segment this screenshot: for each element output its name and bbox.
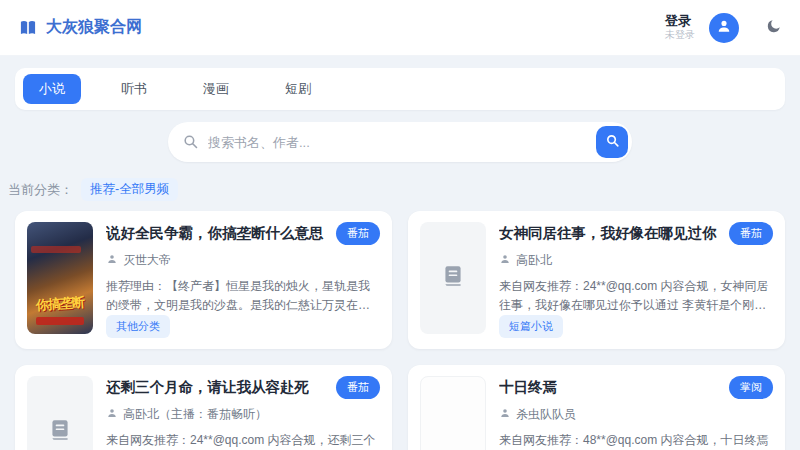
book-title: 女神同居往事，我好像在哪见过你 (499, 222, 717, 243)
book-cover-image: 你搞垄断 (27, 222, 93, 334)
book-cover-blank (420, 376, 486, 450)
book-description: 推荐理由：【终产者】恒星是我的烛火，星轨是我的绶带，文明是我的沙盘。是我的仁慈让… (106, 277, 380, 315)
moon-icon (765, 18, 782, 38)
dark-mode-toggle[interactable] (765, 18, 782, 38)
card-main: 说好全民争霸，你搞垄断什么意思 番茄 灭世大帝 推荐理由：【终产者】恒星是我的烛… (106, 222, 380, 338)
platform-badge: 番茄 (336, 222, 380, 245)
tab-short-drama[interactable]: 短剧 (269, 74, 327, 104)
platform-badge: 番茄 (336, 376, 380, 399)
site-logo[interactable]: 大灰狼聚合网 (18, 17, 142, 38)
author-name: 高卧北（主播：番茄畅听） (123, 406, 267, 423)
category-tag: 短篇小说 (499, 315, 563, 338)
login-label: 登录 (665, 13, 695, 29)
login-status: 未登录 (665, 29, 695, 42)
tab-novel[interactable]: 小说 (23, 74, 81, 104)
search-input[interactable] (168, 122, 632, 162)
current-category-row: 当前分类： 推荐-全部男频 (8, 178, 800, 201)
book-cover-placeholder (27, 376, 93, 450)
search-icon (182, 133, 199, 154)
author-icon (499, 407, 511, 422)
author-row: 杀虫队队员 (499, 406, 773, 423)
book-cover-placeholder (420, 222, 486, 334)
book-logo-icon (18, 18, 38, 38)
search-button[interactable] (596, 126, 628, 158)
platform-badge: 掌阅 (729, 376, 773, 399)
author-icon (106, 407, 118, 422)
cover-banner (31, 246, 81, 253)
user-icon (715, 17, 733, 39)
book-placeholder-icon (440, 263, 466, 293)
book-title: 说好全民争霸，你搞垄断什么意思 (106, 222, 324, 243)
tab-comic[interactable]: 漫画 (187, 74, 245, 104)
author-row: 高卧北（主播：番茄畅听） (106, 406, 380, 423)
search-section (0, 122, 800, 162)
platform-badge: 番茄 (729, 222, 773, 245)
author-row: 灭世大帝 (106, 252, 380, 269)
card-main: 女神同居往事，我好像在哪见过你 番茄 高卧北 来自网友推荐：24**@qq.co… (499, 222, 773, 338)
login-button[interactable]: 登录 未登录 (665, 13, 695, 42)
avatar[interactable] (709, 13, 739, 43)
search-button-icon (605, 133, 620, 151)
author-name: 杀虫队队员 (516, 406, 576, 423)
tab-audiobook[interactable]: 听书 (105, 74, 163, 104)
content-type-tabs: 小说 听书 漫画 短剧 (15, 68, 785, 110)
book-card-grid: 你搞垄断 说好全民争霸，你搞垄断什么意思 番茄 灭世大帝 推荐理由：【终产者】恒… (15, 211, 785, 450)
author-name: 灭世大帝 (123, 252, 171, 269)
book-description: 来自网友推荐：24**@qq.com 内容合规，还剩三个月命，请让我从容赴死予以… (106, 431, 380, 450)
book-placeholder-icon (47, 417, 73, 447)
header-right: 登录 未登录 (665, 13, 782, 43)
header: 大灰狼聚合网 登录 未登录 (0, 0, 800, 56)
author-icon (499, 253, 511, 268)
book-card[interactable]: 你搞垄断 说好全民争霸，你搞垄断什么意思 番茄 灭世大帝 推荐理由：【终产者】恒… (15, 211, 392, 349)
book-card[interactable]: 女神同居往事，我好像在哪见过你 番茄 高卧北 来自网友推荐：24**@qq.co… (408, 211, 785, 349)
category-label: 当前分类： (8, 181, 73, 199)
cover-title-text: 你搞垄断 (28, 293, 91, 315)
book-description: 来自网友推荐：48**@qq.com 内容合规，十日终焉予以通过 （不后宫，不套… (499, 431, 773, 450)
author-icon (106, 253, 118, 268)
card-main: 十日终焉 掌阅 杀虫队队员 来自网友推荐：48**@qq.com 内容合规，十日… (499, 376, 773, 450)
author-name: 高卧北 (516, 252, 552, 269)
category-value-link[interactable]: 推荐-全部男频 (81, 178, 178, 201)
book-card[interactable]: 十日终焉 掌阅 杀虫队队员 来自网友推荐：48**@qq.com 内容合规，十日… (408, 365, 785, 450)
book-card[interactable]: 还剩三个月命，请让我从容赴死 番茄 高卧北（主播：番茄畅听） 来自网友推荐：24… (15, 365, 392, 450)
cover-strip (36, 317, 84, 325)
site-title: 大灰狼聚合网 (46, 17, 142, 38)
book-description: 来自网友推荐：24**@qq.com 内容合规，女神同居往事，我好像在哪见过你予… (499, 277, 773, 315)
book-title: 还剩三个月命，请让我从容赴死 (106, 376, 309, 397)
search-box (168, 122, 632, 162)
card-main: 还剩三个月命，请让我从容赴死 番茄 高卧北（主播：番茄畅听） 来自网友推荐：24… (106, 376, 380, 450)
book-title: 十日终焉 (499, 376, 557, 397)
category-tag: 其他分类 (106, 315, 170, 338)
author-row: 高卧北 (499, 252, 773, 269)
